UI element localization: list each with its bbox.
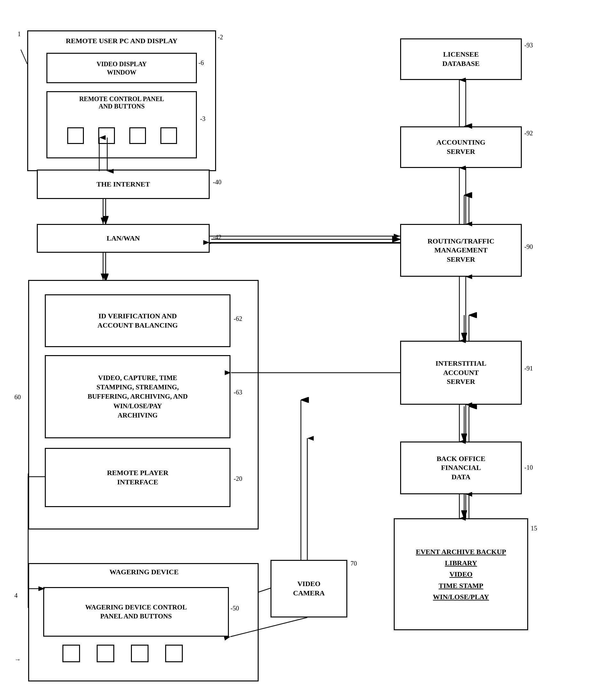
btn-w3 — [131, 645, 148, 662]
remote-player-interface-box: REMOTE PLAYER INTERFACE — [45, 448, 231, 507]
ref-62: -62 — [234, 315, 242, 323]
ref-6: -6 — [198, 59, 204, 67]
ref-4-arrow: → — [15, 656, 21, 663]
the-internet-box: THE INTERNET — [37, 170, 210, 199]
svg-line-55 — [21, 50, 27, 64]
ref-70: 70 — [351, 560, 357, 567]
btn-w2 — [97, 645, 114, 662]
video-display-window-box: VIDEO DISPLAY WINDOW — [46, 53, 197, 83]
id-verification-box: ID VERIFICATION AND ACCOUNT BALANCING — [45, 294, 231, 347]
wagering-device-label: WAGERING DEVICE — [43, 568, 245, 576]
back-office-box: BACK OFFICE FINANCIAL DATA — [400, 442, 522, 494]
ref-60: 60 — [15, 394, 21, 401]
btn-r1 — [67, 127, 84, 144]
ref-10: -10 — [524, 464, 533, 471]
ref-92: -92 — [524, 130, 533, 137]
ref-42: -42 — [213, 233, 221, 241]
button-row-wagering — [63, 645, 183, 662]
ref-91: -91 — [524, 365, 533, 372]
ref-90: -90 — [524, 243, 533, 250]
licensee-database-box: LICENSEE DATABASE — [400, 39, 522, 80]
btn-w1 — [63, 645, 80, 662]
event-archive-box: EVENT ARCHIVE BACKUP LIBRARY VIDEO TIME … — [394, 518, 528, 630]
ref-40: -40 — [213, 178, 221, 186]
wagering-device-control-box: WAGERING DEVICE CONTROL PANEL AND BUTTON… — [43, 587, 229, 636]
btn-r4 — [160, 127, 177, 144]
button-row-remote — [67, 127, 177, 144]
video-camera-box: VIDEO CAMERA — [270, 560, 347, 618]
ref-2: -2 — [218, 33, 223, 41]
remote-control-panel-label: REMOTE CONTROL PANELAND BUTTONS — [50, 95, 194, 110]
accounting-server-box: ACCOUNTING SERVER — [400, 126, 522, 168]
btn-w4 — [165, 645, 183, 662]
interstitial-account-box: INTERSTITIAL ACCOUNT SERVER — [400, 341, 522, 405]
ref-1: 1 — [18, 30, 21, 38]
ref-4: 4 — [15, 592, 18, 599]
routing-traffic-box: ROUTING/TRAFFIC MANAGEMENT SERVER — [400, 224, 522, 277]
ref-15: 15 — [531, 525, 537, 532]
video-capture-box: VIDEO, CAPTURE, TIME STAMPING, STREAMING… — [45, 355, 231, 438]
remote-user-pc-label: REMOTE USER PC AND DISPLAY — [53, 37, 190, 45]
ref-93: -93 — [524, 42, 533, 49]
ref-50: -50 — [231, 605, 239, 612]
ref-20: -20 — [234, 475, 242, 482]
btn-r2 — [98, 127, 115, 144]
ref-63: -63 — [234, 389, 242, 396]
btn-r3 — [129, 127, 146, 144]
lan-wan-box: LAN/WAN — [37, 224, 210, 253]
ref-3: -3 — [200, 115, 206, 123]
